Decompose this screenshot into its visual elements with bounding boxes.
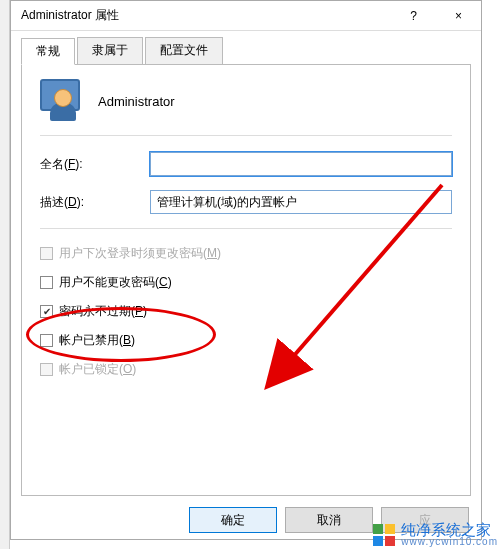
- description-input[interactable]: [150, 190, 452, 214]
- check-label-never-expires: 密码永不过期(P): [59, 303, 147, 320]
- checkbox-account-locked: [40, 363, 53, 376]
- watermark-icon: [373, 524, 395, 546]
- separator-mid: [40, 228, 452, 229]
- ok-button[interactable]: 确定: [189, 507, 277, 533]
- check-never-expires[interactable]: 密码永不过期(P): [40, 303, 452, 320]
- fullname-input[interactable]: [150, 152, 452, 176]
- properties-dialog: Administrator 属性 ? × 常规 隶属于 配置文件 Adminis…: [10, 0, 482, 540]
- user-icon: [40, 79, 84, 123]
- tab-profile[interactable]: 配置文件: [145, 37, 223, 64]
- tab-row: 常规 隶属于 配置文件: [11, 31, 481, 64]
- account-name: Administrator: [98, 94, 175, 109]
- titlebar-title: Administrator 属性: [21, 7, 391, 24]
- tab-panel-general: Administrator 全名(F): 描述(D): 用户下次登录时须更改密码…: [21, 64, 471, 496]
- titlebar: Administrator 属性 ? ×: [11, 1, 481, 31]
- check-label-change-next-logon: 用户下次登录时须更改密码(M): [59, 245, 221, 262]
- help-button[interactable]: ?: [391, 1, 436, 31]
- check-label-account-locked: 帐户已锁定(O): [59, 361, 136, 378]
- separator-top: [40, 135, 452, 136]
- cancel-button[interactable]: 取消: [285, 507, 373, 533]
- checkbox-group: 用户下次登录时须更改密码(M) 用户不能更改密码(C) 密码永不过期(P) 帐户…: [40, 245, 452, 378]
- tab-general[interactable]: 常规: [21, 38, 75, 65]
- watermark: 纯净系统之家 www.ycwin10.com: [373, 522, 498, 547]
- check-account-locked: 帐户已锁定(O): [40, 361, 452, 378]
- fullname-label: 全名(F):: [40, 156, 150, 173]
- tab-memberof[interactable]: 隶属于: [77, 37, 143, 64]
- close-button[interactable]: ×: [436, 1, 481, 31]
- check-cannot-change[interactable]: 用户不能更改密码(C): [40, 274, 452, 291]
- account-header: Administrator: [40, 79, 452, 123]
- watermark-title: 纯净系统之家: [401, 522, 498, 537]
- description-label: 描述(D):: [40, 194, 150, 211]
- check-change-next-logon: 用户下次登录时须更改密码(M): [40, 245, 452, 262]
- check-account-disabled[interactable]: 帐户已禁用(B): [40, 332, 452, 349]
- checkbox-cannot-change[interactable]: [40, 276, 53, 289]
- fullname-row: 全名(F):: [40, 152, 452, 176]
- checkbox-never-expires[interactable]: [40, 305, 53, 318]
- watermark-url: www.ycwin10.com: [401, 537, 498, 547]
- checkbox-change-next-logon: [40, 247, 53, 260]
- check-label-account-disabled: 帐户已禁用(B): [59, 332, 135, 349]
- checkbox-account-disabled[interactable]: [40, 334, 53, 347]
- background-left-strip: [0, 0, 10, 549]
- description-row: 描述(D):: [40, 190, 452, 214]
- check-label-cannot-change: 用户不能更改密码(C): [59, 274, 172, 291]
